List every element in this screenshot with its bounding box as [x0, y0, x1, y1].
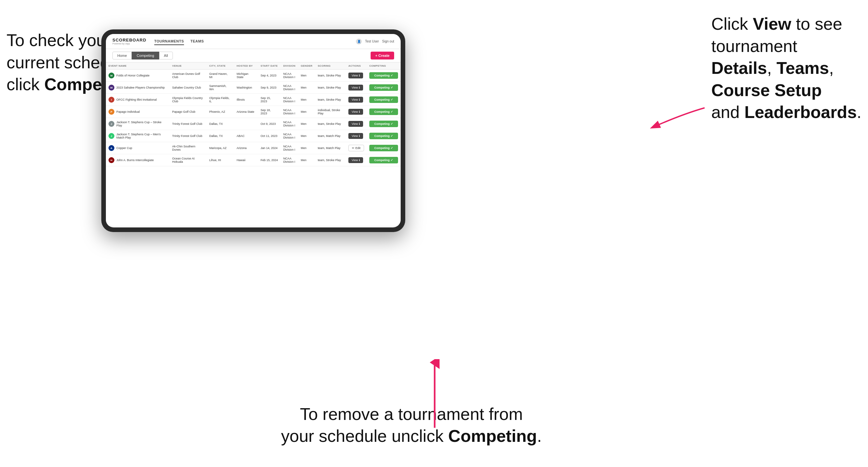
start-date-cell: Sep 4, 2023: [258, 70, 280, 82]
actions-cell: View ℹ: [346, 70, 367, 82]
tab-competing[interactable]: Competing: [132, 52, 159, 60]
city-state-cell: Dallas, TX: [207, 118, 234, 130]
app-header: SCOREBOARD Powered by clipp TOURNAMENTS …: [106, 34, 401, 49]
city-state-cell: Maricopa, AZ: [207, 142, 234, 154]
gender-cell: Men: [298, 142, 315, 154]
tab-home[interactable]: Home: [113, 52, 132, 60]
nav-teams[interactable]: TEAMS: [190, 38, 204, 45]
view-button[interactable]: View ℹ: [348, 133, 363, 139]
tab-all[interactable]: All: [159, 52, 173, 60]
competing-badge[interactable]: Competing ✓: [369, 84, 398, 91]
competing-badge[interactable]: Competing ✓: [369, 96, 398, 103]
table-row: H John A. Burns Intercollegiate Ocean Co…: [106, 154, 401, 166]
col-venue: VENUE: [169, 62, 207, 70]
tablet-frame: SCOREBOARD Powered by clipp TOURNAMENTS …: [101, 29, 405, 232]
view-button[interactable]: View ℹ: [348, 121, 363, 127]
city-state-cell: Olympia Fields, IL: [207, 94, 234, 106]
hosted-by-cell: ABAC: [234, 130, 258, 142]
actions-cell: View ℹ: [346, 118, 367, 130]
division-cell: NCAADivision I: [281, 94, 299, 106]
event-name-cell: J Jackson T. Stephens Cup – Men's Match …: [106, 130, 169, 142]
event-name-cell: W 2023 Sahalee Players Championship: [106, 82, 169, 94]
view-button[interactable]: View ℹ: [348, 157, 363, 163]
view-button[interactable]: View ℹ: [348, 85, 363, 91]
actions-cell: View ℹ: [346, 82, 367, 94]
event-name: OFCC Fighting Illini Invitational: [116, 98, 157, 101]
scoring-cell: team, Stroke Play: [315, 94, 346, 106]
event-name: Copper Cup: [116, 147, 132, 150]
competing-cell: Competing ✓: [367, 118, 401, 130]
team-logo: W: [108, 85, 114, 91]
hosted-by-cell: Arizona: [234, 142, 258, 154]
table-row: J Jackson T. Stephens Cup – Men's Match …: [106, 130, 401, 142]
city-state-cell: Grand Haven, MI: [207, 70, 234, 82]
scoring-cell: team, Stroke Play: [315, 70, 346, 82]
nav-tournaments[interactable]: TOURNAMENTS: [154, 38, 184, 45]
team-logo: H: [108, 157, 114, 163]
actions-cell: View ℹ: [346, 154, 367, 166]
gender-cell: Men: [298, 106, 315, 118]
competing-badge[interactable]: Competing ✓: [369, 157, 398, 163]
table-row: A Copper Cup Ak-Chin Southern DunesMaric…: [106, 142, 401, 154]
actions-cell: View ℹ: [346, 94, 367, 106]
competing-badge[interactable]: Competing ✓: [369, 133, 398, 139]
hosted-by-cell: Arizona State: [234, 106, 258, 118]
event-name-cell: M Folds of Honor Collegiate: [106, 70, 169, 82]
hosted-by-cell: Hawaii: [234, 154, 258, 166]
team-logo: I: [108, 97, 114, 103]
team-logo: J: [108, 121, 114, 127]
venue-cell: Ak-Chin Southern Dunes: [169, 142, 207, 154]
filter-tabs: Home Competing All: [113, 52, 173, 60]
event-name-cell: A Copper Cup: [106, 142, 169, 154]
start-date-cell: Oct 9, 2023: [258, 118, 280, 130]
division-cell: NCAADivision I: [281, 106, 299, 118]
start-date-cell: Feb 15, 2024: [258, 154, 280, 166]
sign-out-link[interactable]: Sign out: [382, 39, 394, 43]
competing-cell: Competing ✓: [367, 70, 401, 82]
table-body: M Folds of Honor Collegiate American Dun…: [106, 70, 401, 166]
competing-badge[interactable]: Competing ✓: [369, 121, 398, 127]
competing-badge[interactable]: Competing ✓: [369, 145, 398, 151]
col-scoring: SCORING: [315, 62, 346, 70]
competing-badge[interactable]: Competing ✓: [369, 108, 398, 115]
create-button[interactable]: + Create: [371, 52, 394, 60]
view-button[interactable]: View ℹ: [348, 72, 363, 79]
scoreboard-logo: SCOREBOARD Powered by clipp: [113, 38, 147, 45]
start-date-cell: Sep 15, 2023: [258, 94, 280, 106]
event-name-cell: P Papago Individual: [106, 106, 169, 118]
gender-cell: Men: [298, 82, 315, 94]
competing-cell: Competing ✓: [367, 154, 401, 166]
col-gender: GENDER: [298, 62, 315, 70]
col-start-date: START DATE: [258, 62, 280, 70]
competing-cell: Competing ✓: [367, 106, 401, 118]
division-cell: NCAADivision I: [281, 118, 299, 130]
table-row: J Jackson T. Stephens Cup – Stroke Play …: [106, 118, 401, 130]
col-division: DIVISION: [281, 62, 299, 70]
col-city-state: CITY, STATE: [207, 62, 234, 70]
city-state-cell: Phoenix, AZ: [207, 106, 234, 118]
view-button[interactable]: View ℹ: [348, 97, 363, 103]
view-button[interactable]: View ℹ: [348, 109, 363, 115]
team-logo: J: [108, 133, 114, 139]
right-annotation: Click View to see tournament Details, Te…: [711, 13, 862, 124]
col-competing: COMPETING: [367, 62, 401, 70]
edit-button[interactable]: ✏ Edit: [348, 145, 364, 151]
competing-cell: Competing ✓: [367, 130, 401, 142]
col-actions: ACTIONS: [346, 62, 367, 70]
start-date-cell: Sep 9, 2023: [258, 82, 280, 94]
table-header-row: EVENT NAME VENUE CITY, STATE HOSTED BY S…: [106, 62, 401, 70]
gender-cell: Men: [298, 118, 315, 130]
tablet-screen: SCOREBOARD Powered by clipp TOURNAMENTS …: [106, 34, 401, 227]
col-hosted-by: HOSTED BY: [234, 62, 258, 70]
competing-badge[interactable]: Competing ✓: [369, 72, 398, 79]
gender-cell: Men: [298, 70, 315, 82]
actions-cell: View ℹ: [346, 130, 367, 142]
city-state-cell: Lihue, HI: [207, 154, 234, 166]
division-cell: NCAADivision I: [281, 70, 299, 82]
event-name: John A. Burns Intercollegiate: [116, 158, 154, 162]
venue-cell: Olympia Fields Country Club: [169, 94, 207, 106]
venue-cell: Papago Golf Club: [169, 106, 207, 118]
city-state-cell: Sammamish, WA: [207, 82, 234, 94]
team-logo: P: [108, 109, 114, 115]
venue-cell: American Dunes Golf Club: [169, 70, 207, 82]
